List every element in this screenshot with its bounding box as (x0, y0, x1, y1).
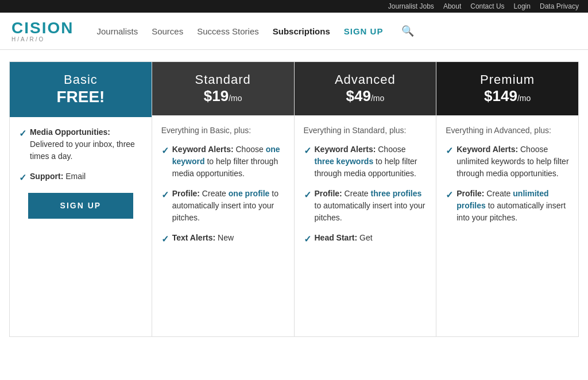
journalists-nav[interactable]: Journalists (96, 26, 138, 36)
checkmark-icon-3: ✓ (161, 144, 169, 158)
plan-basic-body: ✓ Media Opportunities: Delivered to your… (10, 117, 152, 336)
plan-premium-price: $149/mo (446, 87, 569, 105)
advanced-profile: ✓ Profile: Create three profiles to auto… (304, 188, 427, 224)
data-privacy-link[interactable]: Data Privacy (540, 2, 579, 10)
checkmark-icon-7: ✓ (304, 188, 311, 202)
plan-premium-intro: Everything in Advanced, plus: (446, 125, 569, 137)
adv-head-bold: Head Start: (315, 233, 358, 242)
nav-links: Journalists Sources Success Stories Subs… (96, 25, 577, 37)
plan-advanced-price: $49/mo (304, 87, 427, 105)
plan-premium-per-mo: /mo (517, 94, 531, 103)
plan-basic: Basic FREE! ✓ Media Opportunities: Deliv… (9, 61, 152, 337)
checkmark-icon: ✓ (19, 127, 26, 141)
std-profile-highlight: one profile (229, 189, 270, 198)
advanced-head-start: ✓ Head Start: Get (304, 232, 427, 246)
plan-basic-body-wrapper: ✓ Media Opportunities: Delivered to your… (10, 117, 152, 336)
plan-premium-name: Premium (446, 72, 569, 87)
success-stories-nav[interactable]: Success Stories (197, 26, 259, 36)
plan-advanced-per-mo: /mo (371, 94, 384, 103)
plan-advanced-intro: Everything in Standard, plus: (304, 125, 427, 137)
standard-keyword-alerts: ✓ Keyword Alerts: Choose one keyword to … (161, 144, 285, 180)
plan-advanced-header: Advanced $49/mo (295, 62, 436, 115)
prem-profile-bold: Profile: (457, 189, 484, 198)
checkmark-icon-8: ✓ (304, 232, 311, 246)
advanced-profile-text: Profile: Create three profiles to automa… (315, 188, 427, 224)
premium-keyword-text: Keyword Alerts: Choose unlimited keyword… (457, 144, 569, 180)
about-link[interactable]: About (443, 2, 461, 10)
standard-profile: ✓ Profile: Create one profile to automat… (161, 188, 285, 224)
sources-nav[interactable]: Sources (152, 26, 183, 36)
plan-advanced-body-wrapper: Everything in Standard, plus: ✓ Keyword … (295, 115, 436, 336)
adv-profile-bold: Profile: (315, 189, 342, 198)
plan-basic-price: FREE! (19, 87, 142, 107)
feature-media-opportunities: ✓ Media Opportunities: Delivered to your… (19, 126, 142, 162)
std-text-bold: Text Alerts: (172, 233, 215, 242)
plan-basic-name: Basic (19, 72, 142, 87)
plan-premium-price-amount: $149 (484, 87, 517, 104)
journalist-jobs-link[interactable]: Journalist Jobs (388, 2, 434, 10)
signup-nav[interactable]: SIGN UP (344, 26, 384, 36)
plan-basic-price-free: FREE! (56, 88, 105, 106)
premium-keyword-alerts: ✓ Keyword Alerts: Choose unlimited keywo… (446, 144, 569, 180)
plan-basic-header: Basic FREE! (10, 62, 152, 117)
checkmark-icon-6: ✓ (304, 144, 311, 158)
standard-text-alerts-text: Text Alerts: New (172, 232, 234, 244)
feature-media-text: Media Opportunities: Delivered to your i… (30, 126, 142, 162)
plan-standard-name: Standard (161, 72, 285, 87)
checkmark-icon-9: ✓ (446, 144, 453, 158)
logo-sub-text: H/A/R/O (11, 36, 74, 42)
search-icon[interactable]: 🔍 (401, 25, 414, 37)
plan-advanced-price-amount: $49 (346, 87, 371, 104)
advanced-keyword-text: Keyword Alerts: Choose three keywords to… (315, 144, 427, 180)
premium-profile: ✓ Profile: Create unlimited profiles to … (446, 188, 569, 224)
plan-advanced: Advanced $49/mo Everything in Standard, … (294, 61, 436, 337)
login-link[interactable]: Login (514, 2, 531, 10)
plan-standard-per-mo: /mo (229, 94, 242, 103)
plan-standard-intro: Everything in Basic, plus: (161, 125, 285, 137)
advanced-keyword-alerts: ✓ Keyword Alerts: Choose three keywords … (304, 144, 427, 180)
plan-standard-price-amount: $19 (204, 87, 229, 104)
plan-premium-header: Premium $149/mo (436, 62, 578, 115)
plan-premium-body-wrapper: Everything in Advanced, plus: ✓ Keyword … (436, 115, 578, 336)
plan-standard-body-wrapper: Everything in Basic, plus: ✓ Keyword Ale… (152, 115, 294, 336)
std-profile-bold: Profile: (172, 189, 200, 198)
feature-support: ✓ Support: Email (19, 170, 142, 185)
contact-us-link[interactable]: Contact Us (470, 2, 504, 10)
checkmark-icon-5: ✓ (161, 232, 169, 246)
logo: CISION H/A/R/O (11, 20, 74, 42)
checkmark-icon-2: ✓ (19, 171, 26, 185)
adv-profile-highlight: three profiles (371, 189, 422, 198)
standard-profile-text: Profile: Create one profile to automatic… (172, 188, 285, 224)
adv-kw-bold: Keyword Alerts: (315, 145, 376, 154)
std-kw-bold: Keyword Alerts: (172, 145, 234, 154)
plan-advanced-name: Advanced (304, 72, 427, 87)
plan-premium: Premium $149/mo Everything in Advanced, … (436, 61, 579, 337)
feature-media-bold: Media Opportunities: (30, 127, 110, 137)
standard-keyword-text: Keyword Alerts: Choose one keyword to he… (172, 144, 285, 180)
basic-signup-button[interactable]: SIGN UP (28, 193, 133, 219)
plan-standard: Standard $19/mo Everything in Basic, plu… (152, 61, 294, 337)
checkmark-icon-4: ✓ (161, 188, 169, 202)
subscriptions-nav[interactable]: Subscriptions (273, 26, 330, 36)
pricing-section: Basic FREE! ✓ Media Opportunities: Deliv… (0, 50, 588, 348)
plan-advanced-body: Everything in Standard, plus: ✓ Keyword … (295, 115, 436, 336)
standard-text-alerts: ✓ Text Alerts: New (161, 232, 285, 246)
premium-profile-text: Profile: Create unlimited profiles to au… (457, 188, 569, 224)
top-bar: Journalist Jobs About Contact Us Login D… (0, 0, 588, 13)
adv-kw-highlight: three keywords (315, 157, 374, 166)
feature-support-bold: Support: (30, 172, 63, 181)
logo-cision-text: CISION (11, 20, 74, 36)
plan-standard-body: Everything in Basic, plus: ✓ Keyword Ale… (152, 115, 294, 336)
main-nav: CISION H/A/R/O Journalists Sources Succe… (0, 13, 588, 50)
plan-premium-body: Everything in Advanced, plus: ✓ Keyword … (436, 115, 578, 336)
checkmark-icon-10: ✓ (446, 188, 453, 202)
prem-kw-bold: Keyword Alerts: (457, 145, 518, 154)
plan-standard-price: $19/mo (161, 87, 285, 105)
feature-support-text: Support: Email (30, 170, 86, 183)
advanced-head-start-text: Head Start: Get (315, 232, 373, 244)
plan-standard-header: Standard $19/mo (152, 62, 294, 115)
